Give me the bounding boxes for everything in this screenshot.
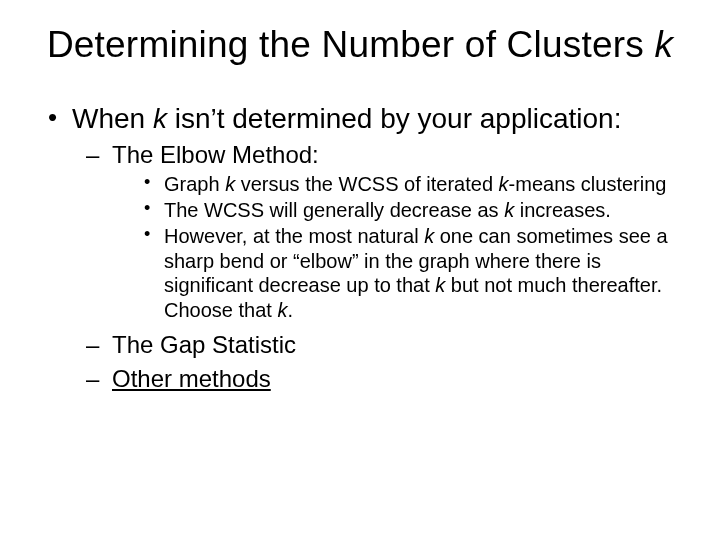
l1-text-b: isn’t determined by your application: — [167, 103, 621, 134]
bullet-list-level1: When k isn’t determined by your applicat… — [44, 102, 676, 394]
l1-text-a: When — [72, 103, 153, 134]
gap-label: The Gap Statistic — [112, 331, 296, 358]
bullet-l3-item: The WCSS will generally decrease as k in… — [144, 198, 676, 222]
t: increases. — [514, 199, 611, 221]
bullet-l3-item: However, at the most natural k one can s… — [144, 224, 676, 322]
bullet-l3-item: Graph k versus the WCSS of iterated k-me… — [144, 172, 676, 196]
title-k: k — [654, 24, 673, 65]
l1-k: k — [153, 103, 167, 134]
k: k — [435, 274, 445, 296]
other-methods-link[interactable]: Other methods — [112, 365, 271, 392]
k: k — [499, 173, 509, 195]
title-text: Determining the Number of Clusters — [47, 24, 654, 65]
bullet-l2-elbow: The Elbow Method: Graph k versus the WCS… — [86, 140, 676, 322]
slide-title: Determining the Number of Clusters k — [44, 24, 676, 66]
k: k — [225, 173, 235, 195]
t: However, at the most natural — [164, 225, 424, 247]
t: The WCSS will generally decrease as — [164, 199, 504, 221]
bullet-l2-gap: The Gap Statistic — [86, 330, 676, 360]
bullet-l2-other: Other methods — [86, 364, 676, 394]
k: k — [424, 225, 434, 247]
k: k — [277, 299, 287, 321]
elbow-label: The Elbow Method: — [112, 141, 319, 168]
bullet-l1-item: When k isn’t determined by your applicat… — [44, 102, 676, 394]
slide: Determining the Number of Clusters k Whe… — [0, 0, 720, 540]
k: k — [504, 199, 514, 221]
bullet-list-level2: The Elbow Method: Graph k versus the WCS… — [72, 140, 676, 394]
t: Graph — [164, 173, 225, 195]
t: . — [287, 299, 293, 321]
t: versus the WCSS of iterated — [235, 173, 498, 195]
bullet-list-level3: Graph k versus the WCSS of iterated k-me… — [112, 172, 676, 322]
t: -means clustering — [509, 173, 667, 195]
